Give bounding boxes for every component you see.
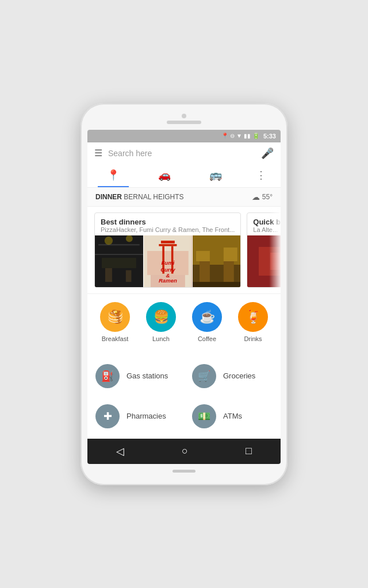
- groceries-icon: 🛒: [192, 364, 216, 388]
- category-coffee[interactable]: ☕ Coffee: [192, 302, 222, 342]
- explore-icon: 📍: [107, 169, 120, 181]
- coffee-label: Coffee: [198, 335, 216, 342]
- svg-rect-21: [199, 261, 209, 285]
- svg-point-3: [105, 236, 113, 244]
- utility-row-2: ✚ Pharmacies 💵 ATMs: [87, 396, 281, 436]
- phone-frame: 📍 ⊖ ▼ ▮▮ 🔋 5:33 ☰ Search here 🎤 📍 🚗 🚌: [80, 103, 288, 485]
- location-bar: DINNER BERNAL HEIGHTS ☁ 55°: [87, 188, 281, 207]
- category-lunch[interactable]: 🍔 Lunch: [146, 302, 176, 342]
- tab-explore[interactable]: 📍: [98, 167, 129, 184]
- drinks-circle: 🍹: [238, 302, 268, 332]
- neighborhood: BERNAL HEIGHTS: [124, 193, 183, 201]
- breakfast-icon: 🥞: [108, 310, 123, 324]
- lunch-circle: 🍔: [146, 302, 176, 332]
- search-bar: ☰ Search here 🎤: [87, 142, 281, 164]
- battery-icon: 🔋: [252, 133, 259, 139]
- signal-icon: ▮▮: [244, 133, 251, 139]
- temperature: 55°: [262, 193, 273, 201]
- svg-rect-5: [105, 268, 112, 281]
- search-input[interactable]: Search here: [108, 149, 255, 158]
- driving-icon: 🚗: [158, 169, 171, 181]
- coffee-circle: ☕: [192, 302, 222, 332]
- gas-label: Gas stations: [126, 372, 168, 380]
- weather-info: ☁ 55°: [252, 192, 273, 202]
- svg-text:Fumi: Fumi: [161, 259, 174, 265]
- dinner-card-header: Best dinners PizzaHacker, Fumi Curry & R…: [95, 213, 240, 235]
- category-breakfast[interactable]: 🥞 Breakfast: [100, 302, 130, 342]
- wifi-icon: ▼: [236, 133, 242, 139]
- svg-rect-24: [223, 247, 237, 261]
- phone-speaker: [167, 121, 201, 124]
- dinner-card-title: Best dinners: [101, 218, 235, 226]
- breakfast-circle: 🥞: [100, 302, 130, 332]
- phone-home-indicator: [172, 470, 195, 473]
- restaurant-img-1: [95, 235, 144, 287]
- phone-camera: [182, 114, 186, 118]
- dinner-card-images: Fumi Curry & Ramen: [95, 235, 240, 287]
- dinner-card[interactable]: Best dinners PizzaHacker, Fumi Curry & R…: [94, 212, 241, 288]
- home-button[interactable]: ○: [177, 440, 193, 462]
- groceries-label: Groceries: [223, 372, 255, 380]
- coffee-icon: ☕: [200, 310, 215, 324]
- quick-card-subtitle: La Alte...: [253, 226, 281, 233]
- svg-point-4: [126, 235, 133, 242]
- pharmacies-icon: ✚: [95, 404, 120, 428]
- utility-section: ⛽ Gas stations 🛒 Groceries ✚ Pharmacies …: [87, 354, 281, 439]
- svg-rect-25: [193, 281, 241, 287]
- svg-rect-11: [159, 244, 177, 246]
- svg-rect-1: [98, 244, 140, 245]
- svg-rect-18: [151, 274, 185, 287]
- svg-rect-10: [161, 241, 175, 243]
- bottom-nav: ◁ ○ □: [87, 439, 281, 464]
- more-icon[interactable]: ⋮: [251, 167, 271, 184]
- atms-icon: 💵: [192, 404, 216, 428]
- svg-rect-28: [270, 253, 281, 270]
- status-bar: 📍 ⊖ ▼ ▮▮ 🔋 5:33: [87, 130, 281, 142]
- status-time: 5:33: [263, 133, 276, 140]
- lunch-label: Lunch: [152, 335, 170, 342]
- svg-rect-23: [196, 251, 210, 261]
- quick-card-title: Quick b...: [253, 218, 281, 226]
- utility-pharmacies[interactable]: ✚ Pharmacies: [87, 399, 184, 434]
- gas-icon: ⛽: [95, 364, 120, 388]
- location-text: DINNER BERNAL HEIGHTS: [95, 193, 184, 201]
- quick-card-header: Quick b... La Alte...: [247, 213, 281, 235]
- utility-gas-stations[interactable]: ⛽ Gas stations: [87, 358, 184, 394]
- status-icons: 📍 ⊖ ▼ ▮▮ 🔋 5:33: [221, 133, 276, 140]
- drinks-label: Drinks: [244, 335, 262, 342]
- restaurant-img-3: [193, 235, 241, 287]
- atms-label: ATMs: [223, 412, 242, 420]
- weather-icon: ☁: [252, 192, 260, 202]
- restaurant-img-2: Fumi Curry & Ramen: [144, 235, 193, 287]
- svg-rect-2: [102, 258, 136, 268]
- utility-atms[interactable]: 💵 ATMs: [184, 399, 281, 434]
- drinks-icon: 🍹: [246, 310, 261, 324]
- meal-type: DINNER: [95, 193, 122, 201]
- transit-icon: 🚌: [209, 169, 222, 181]
- svg-rect-6: [126, 270, 132, 281]
- back-button[interactable]: ◁: [112, 440, 129, 462]
- dinner-card-subtitle: PizzaHacker, Fumi Curry & Ramen, The Fro…: [101, 226, 235, 233]
- svg-rect-22: [223, 261, 233, 285]
- food-categories: 🥞 Breakfast 🍔 Lunch ☕ Coffee 🍹: [87, 293, 281, 350]
- lunch-icon: 🍔: [154, 310, 169, 324]
- hamburger-icon[interactable]: ☰: [94, 148, 102, 158]
- cards-scroll[interactable]: Best dinners PizzaHacker, Fumi Curry & R…: [87, 207, 281, 293]
- minus-circle-icon: ⊖: [230, 133, 235, 139]
- utility-groceries[interactable]: 🛒 Groceries: [184, 358, 281, 394]
- mic-icon[interactable]: 🎤: [261, 147, 274, 160]
- tab-transit[interactable]: 🚌: [200, 167, 231, 184]
- breakfast-label: Breakfast: [102, 335, 128, 342]
- tab-driving[interactable]: 🚗: [149, 167, 180, 184]
- location-status-icon: 📍: [221, 133, 228, 139]
- utility-row-1: ⛽ Gas stations 🛒 Groceries: [87, 356, 281, 396]
- quick-card-image: [247, 235, 281, 287]
- category-drinks[interactable]: 🍹 Drinks: [238, 302, 268, 342]
- phone-screen: 📍 ⊖ ▼ ▮▮ 🔋 5:33 ☰ Search here 🎤 📍 🚗 🚌: [87, 130, 281, 464]
- pharmacies-label: Pharmacies: [126, 412, 166, 420]
- quick-bites-card[interactable]: Quick b... La Alte...: [247, 212, 281, 288]
- nav-tabs: 📍 🚗 🚌 ⋮: [87, 164, 281, 188]
- recents-button[interactable]: □: [241, 440, 256, 462]
